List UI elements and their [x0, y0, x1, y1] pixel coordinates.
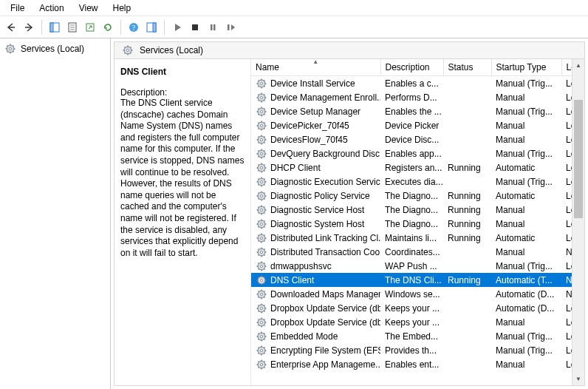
table-row[interactable]: Diagnostic Execution ServiceExecutes dia… — [251, 175, 572, 189]
service-logon: Loc — [561, 90, 572, 104]
service-icon — [256, 162, 267, 174]
menu-action[interactable]: Action — [32, 1, 71, 15]
service-description: The Embed... — [380, 329, 443, 343]
scroll-down-button[interactable]: ▼ — [572, 373, 584, 385]
service-name: Embedded Mode — [270, 331, 338, 342]
service-logon: Loc — [561, 203, 572, 217]
service-status — [443, 287, 491, 301]
service-icon — [256, 246, 267, 258]
table-row[interactable]: Distributed Transaction Coo...Coordinate… — [251, 245, 572, 259]
table-row[interactable]: Dropbox Update Service (db...Keeps your … — [251, 315, 572, 329]
table-row[interactable]: Encrypting File System (EFS)Provides th.… — [251, 343, 572, 357]
service-logon: Net — [561, 273, 572, 287]
properties-button[interactable] — [64, 19, 81, 35]
vertical-scrollbar[interactable]: ▲ ▼ — [572, 59, 584, 385]
services-table: Name▲ Description Status Startup Type Lo… — [251, 59, 572, 371]
service-logon: Net — [561, 245, 572, 259]
service-icon — [256, 92, 267, 104]
table-row[interactable]: Diagnostic System HostThe Diagno...Runni… — [251, 217, 572, 231]
service-name: Distributed Transaction Coo... — [270, 247, 380, 257]
table-row[interactable]: Distributed Link Tracking Cl...Maintains… — [251, 231, 572, 245]
service-status — [443, 329, 491, 343]
service-icon — [256, 302, 267, 314]
service-status: Running — [443, 231, 491, 245]
service-status — [443, 245, 491, 259]
service-description: Device Picker — [380, 118, 443, 132]
show-hide-action-button[interactable] — [143, 19, 160, 35]
service-status — [443, 259, 491, 273]
service-icon — [256, 288, 267, 300]
menu-view[interactable]: View — [72, 1, 106, 15]
table-row[interactable]: Device Management Enroll...Performs D...… — [251, 90, 572, 104]
restart-service-button[interactable] — [222, 19, 239, 35]
scroll-thumb[interactable] — [574, 100, 583, 218]
col-header-description[interactable]: Description — [380, 59, 443, 76]
table-row[interactable]: DevicesFlow_70f45Device Disc...ManualLoc — [251, 132, 572, 146]
service-status — [443, 132, 491, 146]
service-name: Dropbox Update Service (db... — [270, 317, 380, 328]
service-name: Encrypting File System (EFS) — [270, 345, 380, 356]
menu-file[interactable]: File — [3, 1, 32, 15]
service-description: Keeps your ... — [380, 315, 443, 329]
help-button[interactable]: ? — [126, 19, 142, 35]
col-header-logon[interactable]: Log — [561, 59, 572, 76]
table-row[interactable]: DHCP ClientRegisters an...RunningAutomat… — [251, 160, 572, 175]
service-startup: Manual — [491, 118, 561, 132]
service-name: Enterprise App Manageme... — [270, 359, 380, 370]
show-hide-tree-button[interactable] — [47, 19, 63, 35]
service-description: Device Disc... — [380, 132, 443, 146]
table-row[interactable]: DevQuery Background Disc...Enables app..… — [251, 146, 572, 160]
service-logon: Loc — [561, 160, 572, 175]
table-row[interactable]: Enterprise App Manageme...Enables ent...… — [251, 357, 572, 371]
pause-service-button[interactable] — [205, 19, 221, 35]
service-name: DevQuery Background Disc... — [270, 149, 380, 159]
service-icon — [256, 120, 267, 132]
stop-service-button[interactable] — [187, 19, 203, 35]
refresh-button[interactable] — [100, 19, 116, 35]
back-button[interactable] — [3, 19, 19, 35]
col-header-status[interactable]: Status — [443, 59, 491, 76]
service-name: Device Setup Manager — [270, 106, 360, 117]
service-name: Diagnostic Policy Service — [270, 191, 370, 201]
service-startup: Manual — [491, 203, 561, 217]
services-list: Name▲ Description Status Startup Type Lo… — [251, 59, 584, 385]
table-row[interactable]: dmwappushsvcWAP Push ...Manual (Trig...L… — [251, 259, 572, 273]
svg-rect-24 — [228, 24, 230, 30]
service-status — [443, 104, 491, 118]
start-service-button[interactable] — [169, 19, 185, 35]
service-icon — [256, 78, 267, 89]
service-detail-panel: DNS Client Description: The DNS Client s… — [114, 59, 251, 385]
col-header-name[interactable]: Name▲ — [251, 59, 380, 76]
service-startup: Manual — [491, 357, 561, 371]
table-row[interactable]: Dropbox Update Service (db...Keeps your … — [251, 301, 572, 315]
table-row[interactable]: Device Install ServiceEnables a c...Manu… — [251, 76, 572, 91]
forward-button[interactable] — [21, 19, 37, 35]
service-description: Enables a c... — [380, 76, 443, 91]
scroll-up-button[interactable]: ▲ — [572, 59, 584, 72]
service-description: Keeps your ... — [380, 301, 443, 315]
col-header-startup[interactable]: Startup Type — [491, 59, 561, 76]
service-logon: Loc — [561, 118, 572, 132]
service-description: Windows se... — [380, 287, 443, 301]
service-status — [443, 146, 491, 160]
service-status — [443, 301, 491, 315]
table-row[interactable]: Downloaded Maps ManagerWindows se...Auto… — [251, 287, 572, 301]
service-logon: Loc — [561, 315, 572, 329]
menu-help[interactable]: Help — [106, 1, 139, 15]
service-logon: Loc — [561, 329, 572, 343]
service-icon — [256, 331, 267, 342]
table-row[interactable]: Diagnostic Policy ServiceThe Diagno...Ru… — [251, 189, 572, 203]
table-row[interactable]: Diagnostic Service HostThe Diagno...Runn… — [251, 203, 572, 217]
table-row[interactable]: Device Setup ManagerEnables the ...Manua… — [251, 104, 572, 118]
service-logon: Loc — [561, 357, 572, 371]
main-area: Services (Local) Services (Local) DNS Cl… — [0, 38, 588, 389]
table-row[interactable]: Embedded ModeThe Embed...Manual (Trig...… — [251, 329, 572, 343]
export-button[interactable] — [82, 19, 98, 35]
service-startup: Automatic (D... — [491, 301, 561, 315]
service-logon: Loc — [561, 175, 572, 189]
service-startup: Automatic (D... — [491, 287, 561, 301]
service-logon: Loc — [561, 104, 572, 118]
table-row[interactable]: DevicePicker_70f45Device PickerManualLoc — [251, 118, 572, 132]
tree-root-services[interactable]: Services (Local) — [0, 41, 110, 56]
table-row[interactable]: DNS ClientThe DNS Cli...RunningAutomatic… — [251, 273, 572, 287]
